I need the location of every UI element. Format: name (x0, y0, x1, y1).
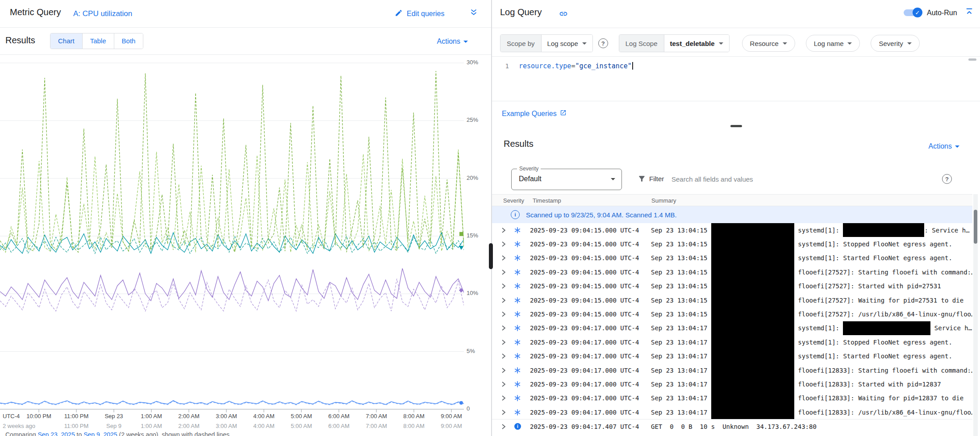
log-summary: Sep 23 13:04:17 flooefi[12833]: Started … (651, 377, 972, 391)
tab-both[interactable]: Both (114, 33, 143, 49)
log-entry-row[interactable]: 2025-09-23 09:04:15.000 UTC-4Sep 23 13:0… (492, 237, 972, 251)
severity-default-icon (514, 297, 530, 303)
expand-row-icon[interactable] (500, 311, 514, 318)
edit-queries-label: Edit queries (407, 10, 445, 18)
expand-row-icon[interactable] (500, 353, 514, 360)
x-axis-label: 5:00 AM (291, 423, 312, 429)
expand-row-icon[interactable] (500, 269, 514, 276)
log-timestamp: 2025-09-23 09:04:15.000 UTC-4 (530, 227, 651, 234)
log-entry-row[interactable]: 2025-09-23 09:04:17.000 UTC-4Sep 23 13:0… (492, 405, 972, 419)
x-axis-label: 1:00 AM (141, 423, 162, 429)
resource-filter-pill[interactable]: Resource (742, 35, 795, 52)
panel-resize-handle[interactable] (489, 243, 493, 269)
y-axis-label: 10% (467, 290, 478, 296)
scope-by-dropdown[interactable]: Log scope (542, 35, 592, 52)
metric-actions-button[interactable]: Actions (437, 37, 468, 46)
edit-queries-button[interactable]: Edit queries (395, 9, 445, 19)
scope-help-icon[interactable]: ? (598, 38, 608, 48)
y-axis-label: 0 (467, 405, 470, 412)
log-entry-row[interactable]: 2025-09-23 09:04:17.000 UTC-4Sep 23 13:0… (492, 363, 972, 377)
log-entry-row[interactable]: 2025-09-23 09:04:15.000 UTC-4Sep 23 13:0… (492, 223, 972, 237)
severity-select[interactable]: Severity Default (511, 169, 622, 190)
expand-row-icon[interactable] (500, 394, 514, 402)
log-panel-title: Log Query (500, 7, 542, 17)
log-scope-control: Log Scope test_deletable (619, 34, 730, 52)
column-header-timestamp: Timestamp (533, 197, 561, 204)
expand-row-icon[interactable] (500, 227, 514, 234)
query-a-chip[interactable]: A: CPU utilization (73, 9, 132, 18)
expand-row-icon[interactable] (500, 241, 514, 248)
expand-row-icon[interactable] (500, 282, 514, 290)
auto-run-toggle[interactable]: ✓ (904, 9, 922, 16)
log-entry-row[interactable]: 2025-09-23 09:04:15.000 UTC-4Sep 23 13:0… (492, 293, 972, 307)
log-summary-text: Service h… (930, 324, 972, 332)
expand-row-icon[interactable] (500, 297, 514, 304)
log-summary: Sep 23 13:04:17 flooefi[12833]: Waiting … (651, 391, 972, 405)
chevron-down-icon (847, 42, 852, 45)
chevron-down-icon (955, 145, 959, 148)
log-summary-text: flooefi[27527]: Waiting for pid=27531 to… (794, 297, 963, 304)
log-timestamp: 2025-09-23 09:04:15.000 UTC-4 (530, 297, 651, 304)
severity-filter-pill[interactable]: Severity (871, 35, 919, 52)
tab-chart[interactable]: Chart (50, 33, 82, 49)
x-axis-label: 9:00 AM (441, 413, 462, 419)
log-summary-text: Sep 23 13:04:15 (651, 269, 711, 276)
get-link-icon[interactable] (559, 9, 568, 20)
x-axis-row-comparison: 2 weeks ago11:00 PMSep 91:00 AM2:00 AM3:… (0, 423, 473, 430)
expand-row-icon[interactable] (500, 409, 514, 416)
x-axis-row-current: UTC-410:00 PM11:00 PMSep 231:00 AM2:00 A… (0, 413, 473, 420)
log-entry-row[interactable]: 2025-09-23 09:04:17.000 UTC-4Sep 23 13:0… (492, 335, 972, 349)
redacted-text (711, 391, 794, 405)
log-entry-row[interactable]: i2025-09-23 09:04:17.407 UTC-4GET 0 0 B … (492, 419, 972, 433)
log-entry-row[interactable]: 2025-09-23 09:04:15.000 UTC-4Sep 23 13:0… (492, 251, 972, 265)
cpu-utilization-chart[interactable] (0, 55, 464, 413)
x-axis-label: Sep 23 (104, 413, 123, 419)
expand-queries-icon[interactable] (469, 8, 479, 19)
log-summary-text: flooefi[12833]: Started with pid=12837 (794, 381, 941, 388)
log-entry-row[interactable]: 2025-09-23 09:04:15.000 UTC-4Sep 23 13:0… (492, 307, 972, 321)
footnote-link[interactable]: Sep 23, 2025 (38, 431, 75, 436)
expand-row-icon[interactable] (500, 381, 514, 388)
log-query-editor[interactable]: 1 resource.type="gce_instance" (492, 56, 980, 101)
log-summary: Sep 23 13:04:15 flooefi[27527]: Waiting … (651, 293, 972, 307)
editor-scrollbar-thumb[interactable] (968, 58, 976, 61)
results-help-icon[interactable]: ? (942, 174, 952, 184)
collapse-panel-icon[interactable] (964, 7, 974, 18)
actions-label: Actions (437, 37, 460, 46)
log-table-header: Severity Timestamp Summary (492, 194, 972, 206)
log-timestamp: 2025-09-23 09:04:17.000 UTC-4 (530, 353, 651, 360)
log-entry-row[interactable]: 2025-09-23 09:04:17.000 UTC-4Sep 23 13:0… (492, 349, 972, 363)
log-timestamp: 2025-09-23 09:04:15.000 UTC-4 (530, 269, 651, 276)
log-entry-row[interactable]: 2025-09-23 09:04:17.000 UTC-4Sep 23 13:0… (492, 321, 972, 335)
expand-row-icon[interactable] (500, 367, 514, 374)
log-timestamp: 2025-09-23 09:04:17.407 UTC-4 (530, 423, 651, 430)
expand-row-icon[interactable] (500, 339, 514, 346)
log-entry-row[interactable]: 2025-09-23 09:04:17.000 UTC-4Sep 23 13:0… (492, 391, 972, 405)
log-entry-row[interactable]: 2025-09-23 09:04:17.000 UTC-4Sep 23 13:0… (492, 377, 972, 391)
expand-row-icon[interactable] (500, 423, 514, 430)
log-scope-dropdown[interactable]: test_deletable (664, 35, 729, 52)
results-scrollbar-thumb[interactable] (974, 210, 977, 244)
log-entry-row[interactable]: 2025-09-23 09:04:15.000 UTC-4Sep 23 13:0… (492, 265, 972, 279)
query-results-resize-handle[interactable] (730, 125, 742, 127)
x-axis-label: 6:00 AM (328, 413, 350, 419)
tab-table[interactable]: Table (82, 33, 114, 49)
severity-default-icon (514, 381, 530, 387)
expand-row-icon[interactable] (500, 254, 514, 262)
redacted-text (711, 377, 794, 391)
x-axis-label: 4:00 AM (253, 423, 275, 429)
footnote-link[interactable]: Sep 9, 2025 (83, 431, 117, 436)
redacted-text (711, 237, 794, 251)
scope-by-value: Log scope (547, 40, 578, 47)
log-timestamp: 2025-09-23 09:04:17.000 UTC-4 (530, 409, 651, 416)
log-actions-button[interactable]: Actions (929, 142, 959, 150)
y-axis-label: 20% (467, 174, 478, 181)
log-scope-toolbar: Scope by Log scope ? Log Scope test_dele… (500, 35, 920, 52)
log-filter-search-input[interactable] (671, 172, 931, 186)
log-summary: Sep 23 13:04:15 systemd[1]: : Service h… (651, 223, 972, 237)
expand-row-icon[interactable] (500, 324, 514, 332)
log-name-filter-pill[interactable]: Log name (806, 35, 860, 52)
log-entry-row[interactable]: 2025-09-23 09:04:15.000 UTC-4Sep 23 13:0… (492, 279, 972, 293)
example-queries-link[interactable]: Example Queries (502, 109, 567, 118)
results-scrollbar-track[interactable] (973, 194, 978, 436)
